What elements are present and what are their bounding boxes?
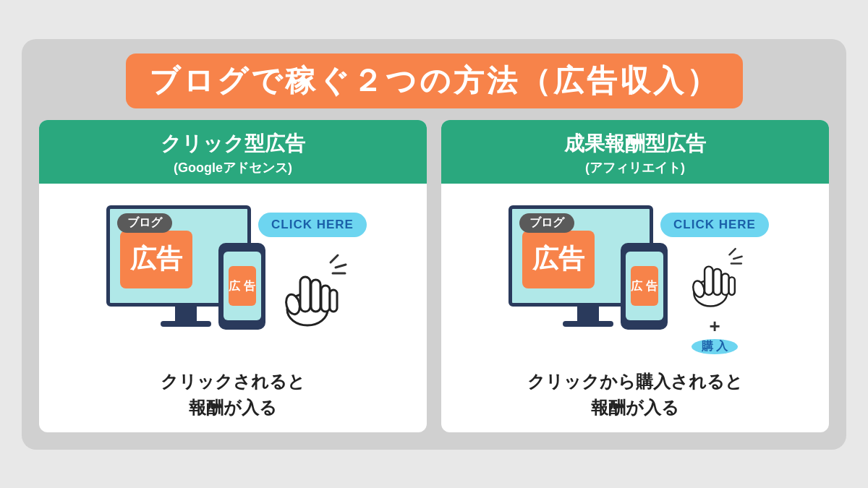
purchase-badge: 購 入 (692, 339, 738, 354)
outer-container: ブログで稼ぐ２つの方法（広告収入） クリック型広告 (Googleアドセンス) … (22, 39, 846, 450)
cursor-right (682, 246, 747, 314)
ad-small-left: 広 告 (229, 266, 256, 306)
main-title: ブログで稼ぐ２つの方法（広告収入） (126, 53, 743, 108)
plus-sign: + (709, 315, 720, 338)
phone-left: 広 告 (218, 243, 265, 330)
svg-rect-4 (300, 277, 310, 312)
blog-badge-left: ブログ (117, 213, 172, 233)
svg-line-9 (729, 249, 735, 254)
card-affiliate-header: 成果報酬型広告 (アフィリエイト) (441, 120, 829, 184)
click-here-left[interactable]: CLICK HERE (258, 213, 367, 237)
card-affiliate-body: ブログ 広告 広 告 (441, 184, 829, 432)
svg-rect-5 (311, 280, 320, 312)
card-click-body: ブログ 広告 広 告 (39, 184, 427, 432)
cursor-left (276, 252, 349, 334)
svg-rect-13 (705, 266, 712, 294)
phone-right: 広 告 (621, 243, 668, 330)
svg-rect-15 (722, 273, 729, 294)
card-affiliate-illustration: ブログ 広告 広 告 (453, 198, 817, 357)
card-affiliate-title: 成果報酬型広告 (450, 130, 820, 158)
blog-badge-right: ブログ (519, 213, 574, 233)
card-click-type: クリック型広告 (Googleアドセンス) ブログ 広告 (39, 120, 427, 432)
svg-line-10 (733, 256, 741, 258)
svg-rect-16 (729, 277, 735, 295)
card-click-footer: クリックされると 報酬が入る (161, 369, 305, 421)
card-click-header: クリック型広告 (Googleアドセンス) (39, 120, 427, 184)
svg-rect-7 (330, 290, 337, 312)
card-click-illustration: ブログ 広告 広 告 (51, 198, 415, 357)
svg-line-0 (331, 255, 338, 262)
ad-small-right: 広 告 (631, 266, 658, 306)
svg-rect-14 (713, 268, 721, 294)
card-affiliate-footer: クリックから購入されると 報酬が入る (527, 369, 743, 421)
ad-large-left: 広告 (120, 231, 192, 288)
click-here-right[interactable]: CLICK HERE (660, 213, 769, 237)
card-affiliate-sub: (アフィリエイト) (450, 159, 820, 176)
ad-large-right: 広告 (522, 231, 595, 288)
cards-row: クリック型広告 (Googleアドセンス) ブログ 広告 (39, 120, 829, 432)
card-click-title: クリック型広告 (48, 130, 418, 158)
card-click-sub: (Googleアドセンス) (48, 159, 418, 176)
card-affiliate-type: 成果報酬型広告 (アフィリエイト) ブログ 広告 (441, 120, 829, 432)
svg-line-1 (336, 265, 346, 267)
svg-rect-6 (321, 286, 330, 312)
